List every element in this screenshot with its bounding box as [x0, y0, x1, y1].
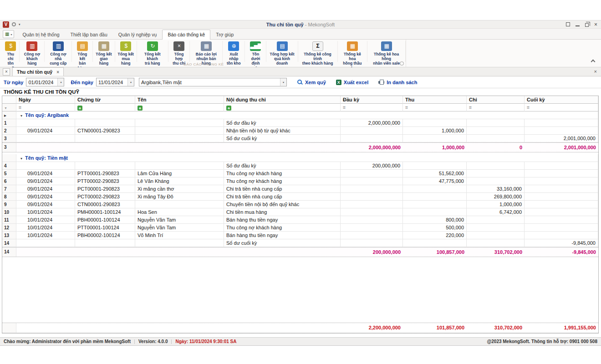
filter-cell-chungtu[interactable]: a [75, 104, 135, 111]
cell-thu: 47,775,000 [403, 177, 467, 185]
table-row[interactable]: 909/01/2024CTN00001-290823Chuyển tiền nộ… [2, 201, 598, 208]
cell-chi [467, 170, 525, 177]
to-date-dropdown-icon[interactable]: ▾ [127, 78, 134, 86]
ribbon-item-tong-ket-giao-hang[interactable]: ▦Tổng kết giao hàng [93, 41, 115, 62]
table-row[interactable]: 609/01/2024PTT00002-290823Lê Văn KhángTh… [2, 177, 598, 185]
cell-ngay: 09/01/2024 [16, 177, 75, 185]
export-excel-button[interactable]: Xuất excel [336, 80, 368, 85]
collapse-triangle-icon[interactable]: ▾ [20, 157, 22, 161]
ribbon-item-tong-ket-khach-tra-hang[interactable]: ↻Tổng kết khách trả hàng [137, 41, 168, 62]
table-row[interactable]: 1010/01/2024PMH00001-100124Hoa SenChi ti… [2, 208, 598, 216]
summary-ngay [16, 143, 75, 152]
group-label: Tên quỹ: Argibank [25, 112, 69, 118]
cell-dauky [341, 232, 403, 239]
ribbon-item-cong-no-khach-hang[interactable]: ▥Công nợ khách hàng [20, 41, 45, 62]
summary-thu: 1,000,000 [403, 143, 467, 152]
ribbon-item-tong-ket-mua-hang[interactable]: $Tổng kết mua hàng [115, 41, 137, 62]
to-date-input[interactable]: 11/01/2024 ▾ [96, 78, 134, 86]
filter-cell-chi[interactable]: = [467, 104, 525, 111]
tab-thu-chi-ton-quy[interactable]: Thu chi tồn quỹ × [12, 67, 64, 76]
fund-filter-dropdown-icon[interactable]: ▾ [280, 78, 286, 86]
cell-noidung: Chuyển tiền nội bộ đến quỹ khác [224, 201, 341, 208]
table-row[interactable]: 509/01/2024PTT00001-290823Lâm Cửa HàngTh… [2, 170, 598, 177]
group-row[interactable]: ▾Tên quỹ: Tiền mặt [2, 154, 598, 162]
table-row[interactable]: 3Số dư cuối kỳ2,001,000,000 [2, 135, 598, 142]
ribbon-item-tong-ket-ban-hang[interactable]: ▤Tổng kết bán hàng [72, 41, 93, 62]
filter-cell-dauky[interactable]: = [341, 104, 403, 111]
filter-cell-cuoiky[interactable]: = [525, 104, 598, 111]
ribbon-item-thong-ke-cong-trinh-theo-khach-hang[interactable]: ΣThống kê công trình theo khách hàng [298, 41, 338, 62]
ribbon-item-tong-hop-ket-qua-kinh-doanh[interactable]: ▤Tổng hợp kết quả kinh doanh [266, 41, 298, 62]
cell-chi: 269,800,000 [467, 193, 525, 201]
ribbon-collapse-chevron-icon[interactable] [591, 60, 596, 64]
returns-summary-icon: ↻ [147, 41, 158, 51]
table-row[interactable]: 809/01/2024PCT00002-290823Xi măng Tây Đô… [2, 193, 598, 201]
column-header-ten[interactable]: Tên [135, 96, 224, 104]
cell-noidung: Số dư cuối kỳ [224, 239, 341, 247]
ribbon-item-thong-ke-hoa-hong-thau-phu[interactable]: ▦Thống kê hoa hồng thầu phụ [338, 41, 368, 62]
fund-filter-combo[interactable]: Argibank,Tiền mặt ▾ [139, 78, 287, 86]
quick-access-dropdown-icon[interactable]: ▾ [19, 23, 20, 26]
tabbar-right-close-button[interactable]: × [594, 69, 597, 74]
table-row[interactable]: 4Số dư đầu kỳ200,000,000 [2, 162, 598, 170]
from-date-input[interactable]: 01/01/2024 ▾ [26, 78, 64, 86]
column-header-chi[interactable]: Chi [467, 96, 525, 104]
group-row[interactable]: ▸▾Tên quỹ: Argibank [2, 111, 598, 119]
row-indicator: 3 [2, 135, 16, 142]
row-indicator: 1 [2, 119, 16, 127]
summary-dauky: 2,000,000,000 [341, 143, 403, 152]
status-support: @2023 MekongSoft. Thông tin hỗ trợ: 0901… [487, 339, 597, 344]
close-window-button[interactable]: × [594, 21, 597, 28]
ribbon-item-ton-duoi-dinh-muc[interactable]: ▃▅▇Tồn dưới định mức [245, 41, 266, 62]
ribbon-tab-quan-ly-nghiep-vu[interactable]: Quản lý nghiệp vụ [113, 30, 163, 39]
filter-cell-ngay[interactable]: = [16, 104, 75, 111]
filter-cell-noidung[interactable]: a [224, 104, 341, 111]
cell-ten: Hoa Sen [135, 208, 224, 216]
ribbon-tab-quan-tri-he-thong[interactable]: Quản trị hệ thống [17, 30, 65, 39]
cell-thu [403, 239, 467, 247]
ribbon-item-xuat-nhap-ton-kho[interactable]: ⊕Xuất nhập tồn kho [223, 41, 245, 62]
column-header-dauky[interactable]: Đầu kỳ [341, 96, 403, 104]
ribbon-app-menu-button[interactable]: ▦ ▾ [3, 30, 14, 38]
table-row[interactable]: 14Số dư cuối kỳ-9,845,000 [2, 239, 598, 247]
ribbon-item-bao-cao-loi-nhuan-ban-hang[interactable]: ▦Báo cáo lợi nhuận bán hàng [190, 41, 223, 62]
row-indicator: 13 [2, 232, 16, 239]
ribbon-tab-tro-giup[interactable]: Trợ giúp [210, 30, 239, 39]
ribbon-item-thu-chi-ton-quy[interactable]: $Thu chi tồn quỹ [2, 41, 20, 62]
table-row[interactable]: 1310/01/2024PBH00002-100124Võ Minh TríBá… [2, 232, 598, 239]
cell-cuoiky [525, 224, 598, 232]
collapse-triangle-icon[interactable]: ▾ [20, 114, 22, 118]
grid-body: ▸▾Tên quỹ: Argibank1Số dư đầu kỳ2,000,00… [2, 111, 598, 259]
cell-ngay [16, 119, 75, 127]
filter-cell-ten[interactable]: a [135, 104, 224, 111]
table-row[interactable]: 1Số dư đầu kỳ2,000,000,000 [2, 119, 598, 127]
from-date-dropdown-icon[interactable]: ▾ [57, 78, 64, 86]
column-header-cuoiky[interactable]: Cuối kỳ [525, 96, 598, 104]
filter-toolbar: Từ ngày 01/01/2024 ▾ Đến ngày 11/01/2024… [0, 76, 601, 88]
group-dialog-launcher-icon[interactable] [400, 61, 404, 66]
ribbon-tab-bao-cao-thong-ke[interactable]: Báo cáo thống kê [162, 30, 210, 40]
print-list-button[interactable]: In danh sách [378, 80, 417, 85]
ribbon-item-thong-ke-hoa-hong-nhan-vien-sale[interactable]: ▦Thống kê hoa hồng nhân viên sale [367, 41, 406, 62]
tabbar-close-all-button[interactable]: × [3, 68, 10, 76]
minimize-button[interactable] [576, 21, 580, 28]
ribbon-item-cong-no-nha-cung-cap[interactable]: ▥Công nợ nhà cung cấp [45, 41, 72, 62]
fullscreen-button[interactable] [566, 21, 570, 28]
ribbon-item-tong-hop-thu-chi[interactable]: ×Tổng hợp thu chi [168, 41, 190, 62]
view-fund-button[interactable]: Xem quỹ [297, 79, 326, 85]
restore-button[interactable] [585, 21, 589, 28]
column-header-chungtu[interactable]: Chứng từ [75, 96, 135, 104]
filter-row-indicator: ▼ [2, 104, 16, 111]
table-row[interactable]: 1210/01/2024PTT00001-100124Nguyễn Văn Ta… [2, 224, 598, 232]
table-row[interactable]: 1110/01/2024PBH00001-100124Nguyễn Văn Ta… [2, 216, 598, 224]
filter-cell-thu[interactable]: = [403, 104, 467, 111]
column-header-noidung[interactable]: Nội dung thu chi [224, 96, 341, 104]
summary-chi: 0 [467, 143, 525, 152]
column-header-thu[interactable]: Thu [403, 96, 467, 104]
ribbon-tab-thiet-lap-ban-dau[interactable]: Thiết lập ban đầu [65, 30, 113, 39]
tab-close-icon[interactable]: × [56, 70, 59, 75]
quick-access-circle-icon[interactable] [12, 22, 16, 26]
table-row[interactable]: 709/01/2024PCT00001-290823Xi măng cần th… [2, 185, 598, 193]
column-header-ngay[interactable]: Ngày [16, 96, 75, 104]
table-row[interactable]: 209/01/2024CTN00001-290823Nhận tiền nội … [2, 127, 598, 135]
